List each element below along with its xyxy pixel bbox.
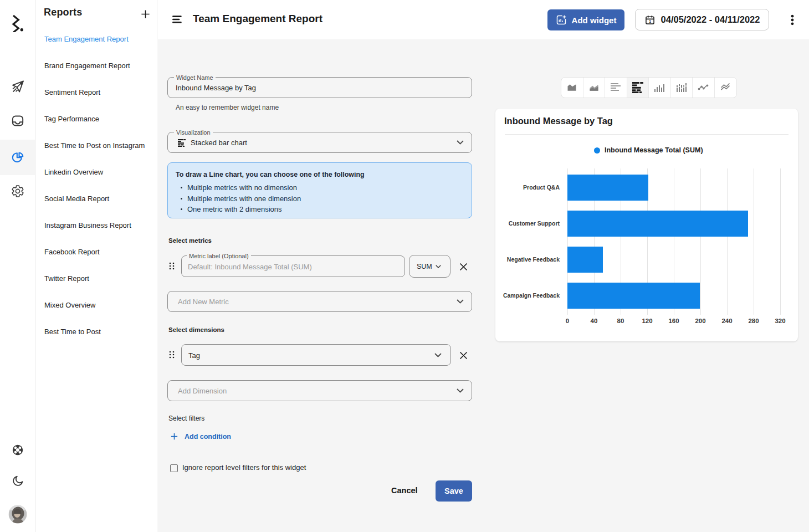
svg-text:1: 1	[649, 19, 651, 23]
